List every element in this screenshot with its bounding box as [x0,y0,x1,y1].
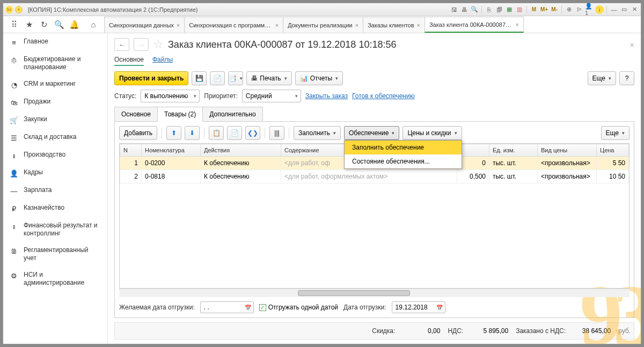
history-icon[interactable]: ↻ [36,17,52,32]
more-actions-button[interactable]: Еще▾ [588,71,616,85]
tab-close-icon[interactable]: × [275,22,279,28]
title-bar: 1c ▾ [КОПИЯ] 1С:Комплексная автоматизаци… [3,3,641,16]
tab-orders[interactable]: Заказы клиентов× [363,17,425,33]
inner-tab-main[interactable]: Основное [114,107,158,122]
prices-discounts-button[interactable]: Цены и скидки▾ [402,126,462,140]
info-icon[interactable]: i [595,5,604,14]
sidebar-finres[interactable]: ⫾Финансовый результат и контроллинг [3,217,107,242]
sidebar-warehouse[interactable]: ☰Склад и доставка [3,129,107,146]
nav-fwd-button[interactable]: → [134,38,149,51]
home-icon[interactable]: ⌂ [86,17,101,32]
toolbar-icon[interactable]: 🖫 [450,5,458,14]
horizontal-scrollbar[interactable] [119,289,630,297]
day-icon[interactable]: ▥ [515,5,524,14]
col-ptype[interactable]: Вид цены [538,144,597,157]
sidebar-regaccount[interactable]: 🗎Регламентированный учет [3,242,107,267]
close-order-link[interactable]: Закрыть заказ [305,92,348,100]
status-combo[interactable]: К выполнению [141,90,200,102]
col-unit[interactable]: Ед. изм. [489,144,538,157]
sidebar-budget[interactable]: ⫛Бюджетирование и планирование [3,51,107,76]
m-minus-icon[interactable]: M- [550,5,559,14]
create-based-button[interactable]: 📑▾ [228,71,243,85]
ready-provision-link[interactable]: Готов к обеспечению [352,92,415,100]
subtab-files[interactable]: Файлы [152,56,173,66]
sidebar-nsi[interactable]: ⚙НСИ и администрирование [3,267,107,291]
priority-label: Приоритет: [204,92,238,100]
nav-back-button[interactable]: ← [114,38,129,51]
copy-button[interactable]: 📋 [209,126,224,140]
sidebar-production[interactable]: ⫾Производство [3,146,107,164]
ship-date-input[interactable]: 19.12.2018 [392,301,445,313]
preview-icon[interactable]: 🔍 [470,5,479,14]
sidebar-crm[interactable]: ◔CRM и маркетинг [3,76,107,93]
minimize-icon[interactable]: — [610,5,618,14]
provision-fill-item[interactable]: Заполнить обеспечение [345,141,462,154]
provision-state-item[interactable]: Состояние обеспечения... [345,154,462,168]
calendar-icon[interactable]: ▦ [505,5,514,14]
move-down-button[interactable]: ⬇ [185,126,200,140]
grid-menu-icon[interactable]: ⠿ [6,17,21,32]
tab-close-icon[interactable]: × [177,22,180,28]
section-sidebar: ≡Главное ⫛Бюджетирование и планирование … [3,33,108,344]
provision-button[interactable]: Обеспечение▾ [344,126,399,140]
back-icon[interactable]: ⊕ [565,5,573,14]
totals-bar: Скидка: 0,00 НДС: 5 895,00 Заказано с НД… [114,322,634,339]
col-price[interactable]: Цена [597,144,629,157]
panel-close-icon[interactable]: × [630,40,634,49]
pie-icon: ◔ [10,80,18,89]
tab-sync-data[interactable]: Синхронизация данных× [104,17,185,33]
inner-tab-extra[interactable]: Дополнительно [202,107,262,122]
barcode-button[interactable]: ||| [269,126,284,140]
favorite-icon[interactable]: ★ [21,17,36,32]
bars-icon: ⫾ [10,222,18,231]
tab-order-87[interactable]: Заказ клиента 00КА-000087 от 19.12.2018 … [425,17,524,33]
paste-button[interactable]: 📄 [227,126,242,140]
tab-close-icon[interactable]: × [516,21,519,28]
export-button[interactable]: ❮❯ [245,126,260,140]
links-icon[interactable]: 🏳 [575,5,583,14]
col-action[interactable]: Действия [201,144,281,157]
same-date-checkbox[interactable]: ✓Отгружать одной датой [259,304,338,311]
col-nomen[interactable]: Номенклатура [142,144,201,157]
app-menu-dropdown[interactable]: ▾ [15,6,23,13]
bell-icon[interactable]: 🔔 [67,17,82,32]
print-icon[interactable]: 🖶 [460,5,469,14]
print-button[interactable]: 🖶 Печать▾ [246,71,291,85]
tab-close-icon[interactable]: × [355,22,358,28]
table-row[interactable]: 2 0-0818 К обеспечению <для работ, оформ… [120,170,629,183]
add-row-button[interactable]: Добавить [119,126,157,140]
grid-more-button[interactable]: Еще▾ [601,126,630,140]
tab-sync-prog[interactable]: Синхронизация с программой "Бухгалтерия.… [184,17,283,33]
sidebar-salary[interactable]: —Зарплата [3,182,107,200]
priority-combo[interactable]: Средний [242,90,301,102]
reports-button[interactable]: 📊 Отчеты▾ [295,71,343,85]
calc-icon[interactable]: 🗐 [495,5,503,14]
sidebar-purchase[interactable]: 🛒Закупки [3,111,107,129]
m-icon[interactable]: M [530,5,538,14]
m-plus-icon[interactable]: M+ [540,5,548,14]
close-window-icon[interactable]: ✕ [630,5,639,14]
sidebar-treasury[interactable]: ₽Казначейство [3,200,107,217]
sidebar-main[interactable]: ≡Главное [3,33,107,51]
move-up-button[interactable]: ⬆ [166,126,181,140]
help-button[interactable]: ? [619,71,634,85]
user-icon[interactable]: 👤1 [585,5,594,14]
tab-docs-real[interactable]: Документы реализации× [283,17,363,33]
sidebar-sales[interactable]: 🛍Продажи [3,93,107,111]
search-icon[interactable]: 🔍 [52,17,67,32]
vat-label: НДС: [448,327,463,335]
compare-icon[interactable]: ⎘ [485,5,493,14]
restore-icon[interactable]: ▭ [620,5,628,14]
save-button[interactable]: 💾 [192,71,207,85]
sidebar-hr[interactable]: 👤Кадры [3,164,107,182]
subtab-main[interactable]: Основное [114,56,144,66]
post-button[interactable]: 📄 [210,71,225,85]
inner-tab-goods[interactable]: Товары (2) [157,107,203,122]
col-n[interactable]: N [120,144,142,157]
tab-close-icon[interactable]: × [417,22,420,28]
fill-button[interactable]: Заполнить▾ [294,126,341,140]
post-and-close-button[interactable]: Провести и закрыть [114,71,188,85]
star-icon[interactable]: ☆ [153,38,164,51]
person-icon: 👤 [10,169,18,178]
wish-date-input[interactable]: . . [200,301,254,313]
